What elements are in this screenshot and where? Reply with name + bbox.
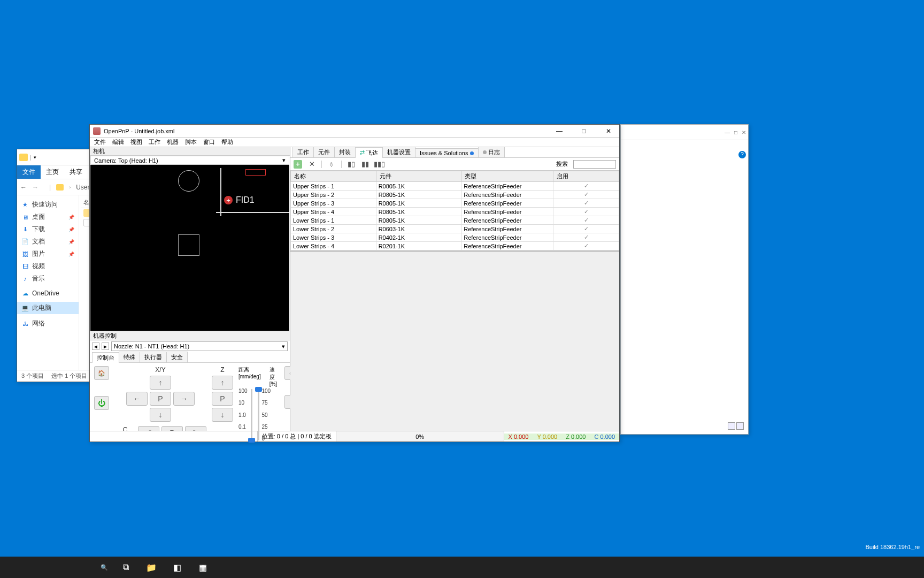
power-button[interactable]: ⏻ xyxy=(94,396,109,410)
minimize-button[interactable]: — xyxy=(552,127,567,135)
search-label: 搜索 xyxy=(556,160,568,168)
table-row[interactable]: Upper Strips - 1R0805-1KReferenceStripFe… xyxy=(291,182,619,191)
taskbar-task-view[interactable]: ⧉ xyxy=(113,557,138,578)
sidebar-videos[interactable]: 🎞视频 xyxy=(17,260,79,272)
camera-select[interactable]: Camera: Top (Head: H1)▾ xyxy=(90,156,289,165)
distance-slider[interactable] xyxy=(251,388,252,442)
sidebar-documents[interactable]: 📄文档📌 xyxy=(17,235,79,248)
ribbon-file[interactable]: 文件 xyxy=(17,165,41,179)
window-title: OpenPnP - Untitled.job.xml xyxy=(104,128,174,134)
windows-build-info: Build 18362.19h1_re xyxy=(865,544,920,550)
position-tool-button[interactable]: ▮▮▯ xyxy=(375,160,383,169)
speed-75: 75 xyxy=(261,400,267,406)
camera-view[interactable]: + FID1 xyxy=(90,165,289,331)
sidebar-downloads[interactable]: ⬇下载📌 xyxy=(17,223,79,235)
explorer-sidebar: ★快速访问 🖥桌面📌 ⬇下载📌 📄文档📌 🖼图片📌 🎞视频 ♪音乐 ☁OneDr… xyxy=(17,195,79,370)
menu-edit[interactable]: 编辑 xyxy=(112,138,124,146)
table-row[interactable]: Upper Strips - 4R0805-1KReferenceStripFe… xyxy=(291,208,619,216)
table-row[interactable]: Lower Strips - 2R0603-1KReferenceStripFe… xyxy=(291,225,619,233)
mc-tab-safety[interactable]: 安全 xyxy=(166,352,188,362)
table-row[interactable]: Upper Strips - 2R0805-1KReferenceStripFe… xyxy=(291,191,619,199)
feed-button[interactable]: ⎀ xyxy=(327,160,336,169)
menu-help[interactable]: 帮助 xyxy=(221,138,233,146)
maximize-icon[interactable]: □ xyxy=(734,130,737,135)
ribbon-share[interactable]: 共享 xyxy=(64,165,88,179)
search-input[interactable] xyxy=(573,160,616,169)
col-type[interactable]: 类型 xyxy=(461,171,553,182)
delete-feeder-button[interactable]: ✕ xyxy=(307,160,316,169)
tab-parts[interactable]: 元件 xyxy=(313,147,335,157)
sidebar-onedrive[interactable]: ☁OneDrive xyxy=(17,288,79,299)
nozzle-prev[interactable]: ◄ xyxy=(92,343,99,350)
tab-issues[interactable]: Issues & Solutions xyxy=(415,148,479,157)
tab-packages[interactable]: 封装 xyxy=(334,147,356,157)
close-icon[interactable]: ✕ xyxy=(742,130,746,135)
mc-tab-actuator[interactable]: 执行器 xyxy=(140,352,167,362)
col-name[interactable]: 名称 xyxy=(291,171,376,182)
table-row[interactable]: Lower Strips - 4R0201-1KReferenceStripFe… xyxy=(291,242,619,250)
close-button[interactable]: ✕ xyxy=(601,127,616,135)
tab-feeders[interactable]: ⇄飞达 xyxy=(355,147,383,158)
nozzle-select[interactable]: Nozzle: N1 - NT1 (Head: H1)▾ xyxy=(111,341,288,351)
col-enabled[interactable]: 启用 xyxy=(553,171,619,182)
nav-back[interactable]: ← xyxy=(20,184,27,191)
sidebar-desktop[interactable]: 🖥桌面📌 xyxy=(17,211,79,223)
jog-y-plus[interactable]: ↑ xyxy=(150,376,171,390)
table-row[interactable]: Lower Strips - 1R0805-1KReferenceStripFe… xyxy=(291,216,619,225)
col-part[interactable]: 元件 xyxy=(376,171,461,182)
menu-view[interactable]: 视图 xyxy=(130,138,142,146)
tab-log[interactable]: 日志 xyxy=(478,147,505,157)
table-row[interactable]: Lower Strips - 3R0402-1KReferenceStripFe… xyxy=(291,233,619,242)
background-window: — □ ✕ ? xyxy=(620,124,749,435)
menu-job[interactable]: 工作 xyxy=(149,138,160,146)
chevron-down-icon: ▾ xyxy=(282,343,285,350)
jog-xy-park[interactable]: P xyxy=(150,392,171,406)
sidebar-this-pc[interactable]: 💻此电脑 xyxy=(17,302,79,314)
dropdown-icon[interactable]: ▾ xyxy=(34,155,36,160)
view-icons-icon[interactable] xyxy=(736,422,744,430)
jog-z-park[interactable]: P xyxy=(212,392,233,406)
jog-z-minus[interactable]: ↓ xyxy=(212,408,233,422)
sidebar-network[interactable]: 🖧网络 xyxy=(17,317,79,330)
taskbar-explorer[interactable]: 📁 xyxy=(139,557,164,578)
position-camera-button[interactable]: ▮▮ xyxy=(361,160,369,169)
taskbar-app[interactable]: ◧ xyxy=(165,557,189,578)
jog-x-plus[interactable]: → xyxy=(173,392,195,406)
z-label: Z xyxy=(220,366,224,374)
taskbar-app2[interactable]: ▦ xyxy=(190,557,215,578)
jog-z-plus[interactable]: ↑ xyxy=(212,376,233,390)
taskbar[interactable]: 🔍 ⧉ 📁 ◧ ▦ xyxy=(0,557,924,578)
view-details-icon[interactable] xyxy=(728,422,735,430)
add-feeder-button[interactable]: + xyxy=(294,160,302,169)
taskbar-search[interactable]: 🔍 xyxy=(96,557,112,578)
feeders-table[interactable]: 名称 元件 类型 启用 Upper Strips - 1R0805-1KRefe… xyxy=(290,171,619,250)
pick-button[interactable]: ▮▯ xyxy=(347,160,356,169)
feeder-detail-panel xyxy=(290,250,619,431)
pcb-edge-h xyxy=(216,212,289,213)
speed-slider[interactable] xyxy=(258,388,259,442)
menu-window[interactable]: 窗口 xyxy=(203,138,215,146)
sidebar-quick-access[interactable]: ★快速访问 xyxy=(17,199,79,211)
maximize-button[interactable]: □ xyxy=(576,127,591,135)
nav-forward[interactable]: → xyxy=(32,184,38,191)
home-button[interactable]: 🏠 xyxy=(94,366,109,380)
mc-tab-special[interactable]: 特殊 xyxy=(119,352,140,362)
sidebar-pictures[interactable]: 🖼图片📌 xyxy=(17,248,79,260)
nozzle-next[interactable]: ► xyxy=(102,343,109,350)
feeder-icon: ⇄ xyxy=(360,149,365,156)
jog-x-minus[interactable]: ← xyxy=(126,392,148,406)
tab-job[interactable]: 工作 xyxy=(292,147,314,157)
path-folder-icon xyxy=(56,184,64,191)
help-icon[interactable]: ? xyxy=(738,151,746,158)
table-row[interactable]: Upper Strips - 3R0805-1KReferenceStripFe… xyxy=(291,199,619,208)
ribbon-home[interactable]: 主页 xyxy=(41,165,64,179)
minimize-icon[interactable]: — xyxy=(725,130,730,135)
menu-file[interactable]: 文件 xyxy=(94,138,106,146)
tab-machine-settings[interactable]: 机器设置 xyxy=(382,147,415,157)
menu-script[interactable]: 脚本 xyxy=(185,138,197,146)
jog-y-minus[interactable]: ↓ xyxy=(150,408,171,422)
sidebar-music[interactable]: ♪音乐 xyxy=(17,272,79,285)
mc-tab-control[interactable]: 控制台 xyxy=(92,352,119,363)
menu-machine[interactable]: 机器 xyxy=(167,138,179,146)
dist-10: 10 xyxy=(238,400,244,406)
